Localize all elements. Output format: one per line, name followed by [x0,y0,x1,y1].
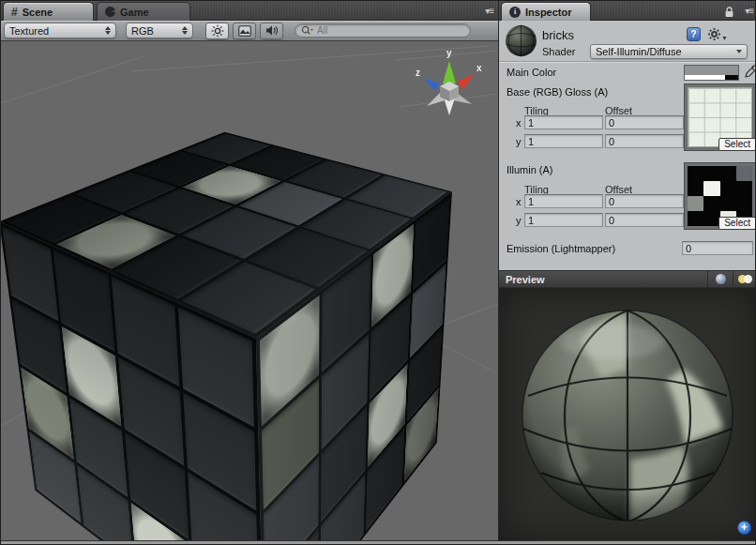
updown-arrows-icon [105,26,111,35]
tab-inspector[interactable]: i Inspector [501,2,591,21]
search-input[interactable] [315,24,437,37]
scene-viewport[interactable]: y x z [1,41,498,540]
sun-icon [211,24,224,38]
material-header: bricks Shader Self-Illumin/Diffuse ? [499,21,756,61]
lock-icon [724,7,734,18]
preview-sphere [499,288,756,540]
main-color-label: Main Color [507,67,556,78]
material-preview[interactable]: + [499,288,756,540]
preview-shape-button[interactable] [707,271,733,287]
inspector-tabstrip: i Inspector ▾≡ [498,1,756,21]
color-channel-value: RGB [131,25,176,37]
orientation-gizmo[interactable]: y x z [410,46,489,123]
section-divider [499,61,756,63]
shader-value: Self-Illumin/Diffuse [596,46,682,57]
emission-field[interactable] [682,241,753,255]
color-channel-dropdown[interactable]: RGB [126,23,193,38]
shader-dropdown[interactable]: Self-Illumin/Diffuse [590,44,748,59]
search-icon [301,25,313,36]
inspector-panel: bricks Shader Self-Illumin/Diffuse ? [498,21,756,540]
preview-lighting-button[interactable] [733,271,756,287]
two-lights-icon [738,275,753,284]
axis-x-label: x [476,63,482,73]
base-offset-y-field[interactable] [605,134,684,148]
scene-lighting-toggle[interactable] [205,23,229,39]
scene-fx-toggle[interactable] [233,23,256,39]
scene-toolbar: Textured RGB [1,21,498,41]
scene-tabstrip: # Scene Game ▾≡ [1,1,498,21]
illumin-texture-square [688,196,703,211]
axis-z-label: z [416,68,420,78]
help-button[interactable]: ? [687,27,701,41]
axis-z-cone[interactable] [423,78,439,91]
pane-menu-icon: ▾≡ [745,6,753,16]
sphere-icon [716,274,726,284]
pane-menu-icon: ▾≡ [485,6,493,16]
illumin-offset-x-field[interactable] [605,194,684,208]
row-y-label: y [516,136,522,147]
render-mode-value: Textured [9,25,99,37]
window-bottom-edge [1,540,756,545]
speaker-icon [265,24,279,37]
preview-header: Preview [499,270,756,288]
gear-icon [707,27,721,41]
tab-game[interactable]: Game [97,2,190,21]
base-select-button[interactable]: Select [718,138,756,151]
row-y-label: y [516,215,522,226]
info-icon: i [509,7,521,18]
base-tiling-x-field[interactable] [524,115,603,129]
material-name: bricks [542,28,574,42]
scene-grid-icon: # [11,7,18,18]
inspector-pane-menu[interactable]: ▾≡ [745,6,753,16]
illumin-tiling-y-field[interactable] [524,213,603,227]
preview-title: Preview [499,274,545,285]
main-color-swatch[interactable] [684,65,739,81]
row-x-label: x [516,117,522,129]
illumin-texture-square [736,166,752,181]
tab-scene-label: Scene [23,7,53,18]
chevron-down-icon [736,50,742,53]
illumin-texture-thumbnail[interactable]: Select [684,162,756,230]
tab-scene[interactable]: # Scene [3,2,94,21]
image-icon [238,25,251,37]
axis-y-cone[interactable] [443,61,456,83]
illumin-offset-y-field[interactable] [605,213,684,227]
emission-label: Emission (Lightmapper) [507,243,615,254]
unity-editor-window: # Scene Game ▾≡ i Inspector ▾≡ Textured [0,0,756,545]
base-section-label: Base (RGB) Gloss (A) [507,86,608,98]
axis-x-cone[interactable] [457,74,474,90]
eyedropper-icon[interactable] [744,64,756,80]
scene-pane-menu[interactable]: ▾≡ [485,6,493,16]
base-texture-thumbnail[interactable]: Select [684,83,756,151]
base-offset-x-field[interactable] [605,115,684,129]
base-tiling-y-field[interactable] [524,134,603,148]
illumin-texture-square [703,181,719,196]
shader-label: Shader [542,46,575,57]
illumin-select-button[interactable]: Select [718,217,756,230]
chevron-down-icon: ▼ [721,35,728,41]
alpha-bar [685,75,738,80]
material-sphere-icon [505,24,537,57]
tab-inspector-label: Inspector [525,7,572,18]
context-menu-button[interactable]: ▼ [707,27,728,41]
game-icon [105,7,115,17]
render-mode-dropdown[interactable]: Textured [4,23,116,38]
scene-audio-toggle[interactable] [260,23,283,39]
add-button[interactable]: + [737,521,751,535]
row-x-label: x [516,196,522,207]
illumin-tiling-x-field[interactable] [524,194,603,208]
illumin-section-label: Illumin (A) [507,164,553,175]
updown-arrows-icon [182,26,188,35]
inspector-lock[interactable] [724,7,734,18]
scene-search[interactable] [295,23,471,38]
axis-y-label: y [446,48,452,58]
tab-game-label: Game [120,7,149,18]
